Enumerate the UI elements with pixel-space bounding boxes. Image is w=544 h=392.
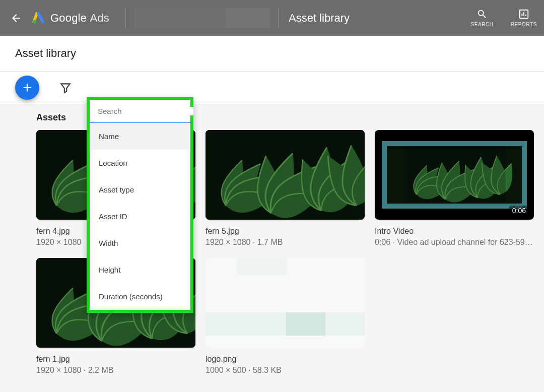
filter-icon [59, 81, 72, 94]
asset-meta: 1000 × 500 · 58.3 KB [206, 366, 365, 375]
plus-icon [21, 81, 34, 94]
filter-option[interactable]: Duration (seconds) [90, 283, 190, 310]
video-duration-badge: 0:06 [509, 206, 529, 216]
asset-title: fern 5.jpg [206, 227, 365, 236]
asset-card[interactable]: fern 5.jpg1920 × 1080 · 1.7 MB [206, 130, 365, 247]
filter-dropdown: NameLocationAsset typeAsset IDWidthHeigh… [87, 97, 193, 313]
asset-thumbnail [206, 258, 365, 348]
divider [125, 8, 126, 28]
add-asset-button[interactable] [15, 76, 39, 100]
account-selector[interactable] [134, 8, 270, 28]
filter-button[interactable] [58, 81, 73, 95]
filter-option[interactable]: Name [90, 123, 190, 150]
back-button[interactable] [10, 12, 22, 24]
filter-search-row [90, 100, 190, 123]
reports-action[interactable]: REPORTS [511, 9, 537, 27]
ads-logo-icon [32, 12, 45, 25]
filter-search-input[interactable] [98, 107, 193, 115]
asset-title: logo.png [206, 355, 365, 364]
breadcrumb: Asset library [289, 12, 350, 25]
reports-label: REPORTS [511, 22, 537, 27]
filter-option[interactable]: Asset ID [90, 203, 190, 230]
product-logo[interactable]: Google Ads [32, 12, 109, 25]
topbar: Google Ads Asset library SEARCH REPORTS [0, 0, 544, 36]
divider [278, 8, 279, 28]
filter-option[interactable]: Width [90, 230, 190, 256]
asset-thumbnail: 0:06 [375, 130, 534, 220]
search-action[interactable]: SEARCH [470, 9, 493, 27]
asset-thumbnail [206, 130, 365, 220]
filter-option[interactable]: Height [90, 256, 190, 283]
filter-option[interactable]: Location [90, 150, 190, 176]
filter-option[interactable]: Asset type [90, 176, 190, 203]
toolbar [0, 72, 544, 104]
search-icon [477, 9, 488, 20]
subheader: Asset library [0, 36, 544, 72]
asset-title: Intro Video [375, 227, 534, 236]
asset-meta: 1920 × 1080 · 1.7 MB [206, 238, 365, 247]
svg-point-3 [33, 20, 37, 24]
asset-title: fern 1.jpg [36, 355, 195, 364]
brand-text: Google Ads [50, 12, 109, 25]
asset-meta: 1920 × 1080 · 2.2 MB [36, 366, 195, 375]
page-title: Asset library [15, 47, 76, 60]
asset-card[interactable]: 0:06Intro Video0:06 · Video ad upload ch… [375, 130, 534, 247]
asset-meta: 0:06 · Video ad upload channel for 623-5… [375, 238, 534, 247]
asset-card[interactable]: logo.png1000 × 500 · 58.3 KB [206, 258, 365, 375]
reports-icon [518, 9, 529, 20]
search-label: SEARCH [470, 22, 493, 27]
